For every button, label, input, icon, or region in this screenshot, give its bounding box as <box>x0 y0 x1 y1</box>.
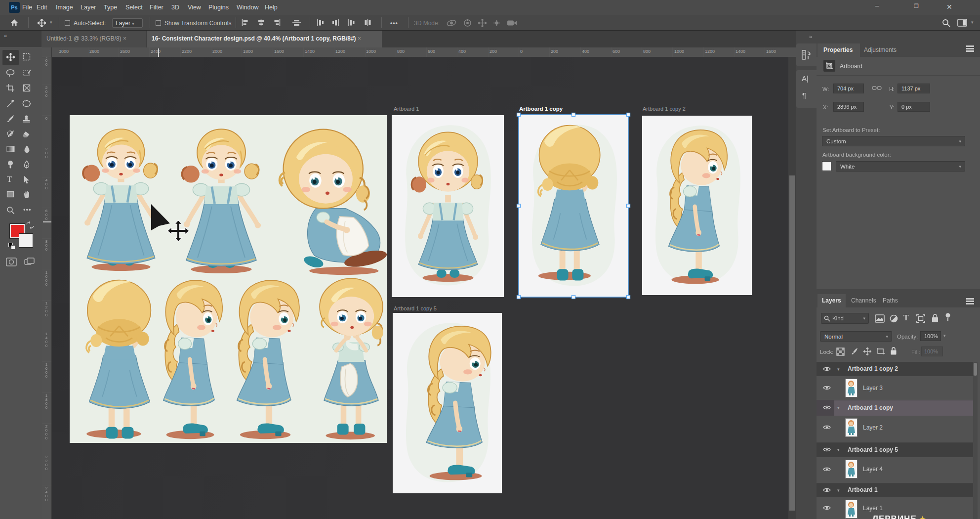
svg-text:Artboard 1 copy 5: Artboard 1 copy 5 <box>394 305 437 311</box>
svg-text:Artboard 1 copy: Artboard 1 copy <box>519 106 563 112</box>
svg-text:Artboard 1 copy 2: Artboard 1 copy 2 <box>643 106 686 112</box>
svg-text:Artboard 1: Artboard 1 <box>394 106 419 112</box>
